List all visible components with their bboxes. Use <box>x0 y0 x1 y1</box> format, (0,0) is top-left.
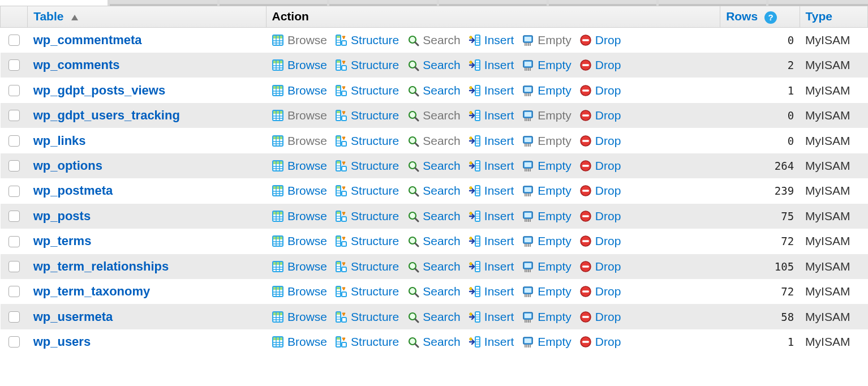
row-checkbox[interactable] <box>8 35 20 46</box>
empty-action[interactable]: Empty <box>522 134 571 148</box>
insert-action[interactable]: Insert <box>469 159 514 173</box>
search-action[interactable]: Search <box>407 285 461 298</box>
browse-action[interactable]: Browse <box>272 260 327 273</box>
search-action[interactable]: Search <box>407 159 461 173</box>
structure-action[interactable]: Structure <box>335 209 399 223</box>
drop-action[interactable]: Drop <box>579 159 621 173</box>
table-name-link[interactable]: wp_options <box>33 158 102 173</box>
search-action[interactable]: Search <box>407 84 461 97</box>
browse-action[interactable]: Browse <box>272 109 327 122</box>
table-name-link[interactable]: wp_term_taxonomy <box>33 284 151 298</box>
tab-inactive[interactable] <box>549 0 656 6</box>
row-checkbox[interactable] <box>8 286 20 297</box>
drop-action[interactable]: Drop <box>579 209 621 223</box>
insert-action[interactable]: Insert <box>469 260 514 273</box>
drop-action[interactable]: Drop <box>579 310 621 324</box>
tab-active[interactable] <box>0 0 108 6</box>
drop-action[interactable]: Drop <box>579 134 621 148</box>
row-checkbox[interactable] <box>8 261 20 272</box>
insert-action[interactable]: Insert <box>469 134 514 148</box>
tab-inactive[interactable] <box>220 0 327 6</box>
table-name-link[interactable]: wp_postmeta <box>33 183 113 198</box>
empty-action[interactable]: Empty <box>522 260 571 273</box>
tab-inactive[interactable] <box>439 0 547 6</box>
row-checkbox[interactable] <box>8 59 20 71</box>
search-action[interactable]: Search <box>407 33 461 47</box>
structure-action[interactable]: Structure <box>335 285 399 298</box>
drop-action[interactable]: Drop <box>579 335 621 349</box>
table-name-link[interactable]: wp_gdpt_posts_views <box>33 83 166 97</box>
empty-action[interactable]: Empty <box>522 184 571 198</box>
table-name-link[interactable]: wp_commentmeta <box>33 33 142 47</box>
tab-inactive[interactable] <box>659 0 766 6</box>
search-action[interactable]: Search <box>407 184 461 198</box>
search-action[interactable]: Search <box>407 58 461 72</box>
empty-action[interactable]: Empty <box>522 209 571 223</box>
help-icon[interactable]: ? <box>764 11 777 24</box>
tab-inactive[interactable] <box>768 0 868 6</box>
drop-action[interactable]: Drop <box>579 234 621 248</box>
browse-action[interactable]: Browse <box>272 285 327 298</box>
structure-action[interactable]: Structure <box>335 260 399 273</box>
structure-action[interactable]: Structure <box>335 184 399 198</box>
structure-action[interactable]: Structure <box>335 335 399 349</box>
empty-action[interactable]: Empty <box>522 234 571 248</box>
browse-action[interactable]: Browse <box>272 184 327 198</box>
browse-action[interactable]: Browse <box>272 159 327 173</box>
row-checkbox[interactable] <box>8 186 20 197</box>
row-checkbox[interactable] <box>8 336 20 348</box>
structure-action[interactable]: Structure <box>335 310 399 324</box>
insert-action[interactable]: Insert <box>469 184 514 198</box>
browse-action[interactable]: Browse <box>272 234 327 248</box>
search-action[interactable]: Search <box>407 260 461 273</box>
search-action[interactable]: Search <box>407 134 461 148</box>
insert-action[interactable]: Insert <box>469 84 514 97</box>
insert-action[interactable]: Insert <box>469 335 514 349</box>
table-name-link[interactable]: wp_term_relationships <box>33 259 169 273</box>
insert-action[interactable]: Insert <box>469 234 514 248</box>
empty-action[interactable]: Empty <box>522 109 571 122</box>
search-action[interactable]: Search <box>407 310 461 324</box>
tab-inactive[interactable] <box>329 0 437 6</box>
insert-action[interactable]: Insert <box>469 33 514 47</box>
table-name-link[interactable]: wp_terms <box>33 234 92 248</box>
table-name-link[interactable]: wp_gdpt_users_tracking <box>33 108 180 122</box>
insert-action[interactable]: Insert <box>469 109 514 122</box>
row-checkbox[interactable] <box>8 160 20 171</box>
table-name-link[interactable]: wp_posts <box>33 209 91 223</box>
drop-action[interactable]: Drop <box>579 84 621 97</box>
drop-action[interactable]: Drop <box>579 33 621 47</box>
browse-action[interactable]: Browse <box>272 134 327 148</box>
row-checkbox[interactable] <box>8 311 20 323</box>
row-checkbox[interactable] <box>8 135 20 147</box>
browse-action[interactable]: Browse <box>272 84 327 97</box>
row-checkbox[interactable] <box>8 110 20 121</box>
drop-action[interactable]: Drop <box>579 58 621 72</box>
row-checkbox[interactable] <box>8 236 20 247</box>
insert-action[interactable]: Insert <box>469 285 514 298</box>
structure-action[interactable]: Structure <box>335 134 399 148</box>
row-checkbox[interactable] <box>8 85 20 96</box>
drop-action[interactable]: Drop <box>579 184 621 198</box>
browse-action[interactable]: Browse <box>272 335 327 349</box>
search-action[interactable]: Search <box>407 335 461 349</box>
drop-action[interactable]: Drop <box>579 285 621 298</box>
browse-action[interactable]: Browse <box>272 310 327 324</box>
insert-action[interactable]: Insert <box>469 209 514 223</box>
structure-action[interactable]: Structure <box>335 109 399 122</box>
insert-action[interactable]: Insert <box>469 58 514 72</box>
empty-action[interactable]: Empty <box>522 159 571 173</box>
empty-action[interactable]: Empty <box>522 84 571 97</box>
browse-action[interactable]: Browse <box>272 33 327 47</box>
empty-action[interactable]: Empty <box>522 335 571 349</box>
header-type[interactable]: Type <box>800 6 867 28</box>
table-name-link[interactable]: wp_users <box>33 334 91 349</box>
search-action[interactable]: Search <box>407 209 461 223</box>
table-name-link[interactable]: wp_links <box>33 134 86 148</box>
table-name-link[interactable]: wp_comments <box>33 58 120 72</box>
search-action[interactable]: Search <box>407 109 461 122</box>
empty-action[interactable]: Empty <box>522 33 571 47</box>
structure-action[interactable]: Structure <box>335 84 399 97</box>
browse-action[interactable]: Browse <box>272 209 327 223</box>
header-table[interactable]: Table <box>28 6 266 28</box>
